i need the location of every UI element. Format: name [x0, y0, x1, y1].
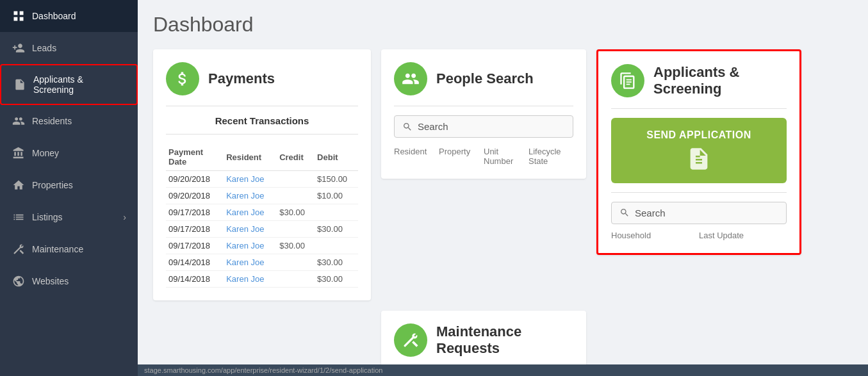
sidebar-item-leads[interactable]: Leads: [0, 32, 138, 64]
transaction-debit: $10.00: [315, 188, 358, 204]
sidebar-item-applicants-screening[interactable]: Applicants & Screening: [0, 64, 138, 105]
transaction-resident[interactable]: Karen Joe: [224, 221, 277, 238]
applicants-icon: [611, 64, 644, 97]
svg-rect-3: [20, 17, 24, 21]
transaction-credit: [277, 221, 315, 238]
col-lifecycle: LifecycleState: [528, 147, 573, 166]
payments-card-header: Payments: [166, 62, 358, 95]
transaction-debit: $150.00: [315, 171, 358, 188]
applicants-screening-card: Applicants & Screening SEND APPLICATION …: [596, 49, 801, 255]
grid-icon: [12, 9, 26, 23]
payments-icon: [166, 62, 199, 95]
people-search-card: People Search Search Resident Property U…: [381, 49, 586, 179]
transaction-credit: [277, 271, 315, 288]
svg-rect-0: [14, 12, 18, 15]
col-last-update: Last Update: [699, 231, 787, 240]
sidebar: Dashboard Leads Applicants & Screening R…: [0, 0, 138, 376]
transaction-date: 09/17/2018: [166, 221, 224, 238]
col-credit: Credit: [277, 143, 315, 171]
bank-icon: [12, 146, 26, 160]
transaction-credit: [277, 188, 315, 204]
transaction-resident[interactable]: Karen Joe: [224, 171, 277, 188]
chevron-right-icon: ›: [123, 212, 126, 222]
table-row: 09/17/2018 Karen Joe $30.00: [166, 238, 358, 254]
transaction-resident[interactable]: Karen Joe: [224, 204, 277, 221]
search-icon: [402, 122, 413, 132]
people-search-icon: [394, 62, 427, 95]
maintenance-card-title: Maintenance Requests: [436, 323, 573, 357]
transaction-credit: $30.00: [277, 238, 315, 254]
people-card-header: People Search: [394, 62, 573, 95]
transaction-credit: [277, 171, 315, 188]
sidebar-item-label: Money: [32, 148, 59, 158]
people-icon: [12, 114, 26, 128]
file-icon: [13, 78, 27, 92]
transaction-date: 09/17/2018: [166, 204, 224, 221]
col-debit: Debit: [315, 143, 358, 171]
col-resident: Resident: [224, 143, 277, 171]
list-icon: [12, 210, 26, 224]
sidebar-item-residents[interactable]: Residents: [0, 105, 138, 137]
cards-row-top: Payments Recent Transactions PaymentDate…: [153, 49, 853, 300]
people-search-columns: Resident Property UnitNumber LifecycleSt…: [394, 147, 573, 166]
col-property: Property: [439, 147, 484, 166]
sidebar-item-label: Applicants & Screening: [33, 74, 125, 95]
sidebar-item-listings[interactable]: Listings ›: [0, 201, 138, 233]
applicants-card-title: Applicants & Screening: [653, 64, 787, 98]
sidebar-item-dashboard[interactable]: Dashboard: [0, 0, 138, 32]
sidebar-item-websites[interactable]: Websites: [0, 265, 138, 297]
col-household: Household: [611, 231, 699, 240]
sidebar-item-label: Leads: [32, 43, 56, 53]
table-row: 09/20/2018 Karen Joe $150.00: [166, 171, 358, 188]
transaction-resident[interactable]: Karen Joe: [224, 188, 277, 204]
table-row: 09/14/2018 Karen Joe $30.00: [166, 271, 358, 288]
sidebar-item-properties[interactable]: Properties: [0, 169, 138, 201]
status-bar: stage.smarthousing.com/app/enterprise/re…: [138, 364, 868, 376]
maintenance-card-header: Maintenance Requests: [394, 323, 573, 357]
sidebar-item-money[interactable]: Money: [0, 137, 138, 169]
table-row: 09/17/2018 Karen Joe $30.00: [166, 221, 358, 238]
home-icon: [12, 178, 26, 192]
wrench-icon: [12, 242, 26, 256]
svg-rect-4: [626, 79, 632, 81]
person-add-icon: [12, 41, 26, 55]
page-title: Dashboard: [153, 13, 853, 37]
search-icon-2: [619, 208, 630, 218]
transaction-debit: $30.00: [315, 271, 358, 288]
svg-rect-5: [626, 82, 632, 83]
transactions-table: PaymentDate Resident Credit Debit 09/20/…: [166, 143, 358, 288]
transaction-date: 09/14/2018: [166, 254, 224, 271]
send-application-button[interactable]: SEND APPLICATION: [611, 118, 787, 183]
sidebar-item-label: Residents: [32, 116, 72, 126]
status-url: stage.smarthousing.com/app/enterprise/re…: [144, 366, 382, 374]
people-search-box[interactable]: Search: [394, 115, 573, 138]
col-unit: UnitNumber: [484, 147, 528, 166]
sidebar-item-maintenance[interactable]: Maintenance: [0, 233, 138, 265]
sidebar-item-label: Properties: [32, 180, 73, 190]
applicants-search-box[interactable]: Search: [611, 202, 787, 224]
transaction-debit: $30.00: [315, 254, 358, 271]
transaction-resident[interactable]: Karen Joe: [224, 238, 277, 254]
sidebar-item-label: Listings: [32, 212, 62, 222]
sidebar-item-label: Maintenance: [32, 244, 83, 254]
sidebar-item-label: Websites: [32, 276, 69, 286]
applicants-card-header: Applicants & Screening: [611, 64, 787, 98]
payments-card: Payments Recent Transactions PaymentDate…: [153, 49, 371, 300]
sidebar-item-label: Dashboard: [32, 11, 76, 21]
transaction-date: 09/20/2018: [166, 188, 224, 204]
transaction-date: 09/14/2018: [166, 271, 224, 288]
transaction-resident[interactable]: Karen Joe: [224, 271, 277, 288]
applicants-search-label: Search: [635, 208, 666, 218]
transaction-date: 09/17/2018: [166, 238, 224, 254]
payments-card-title: Payments: [208, 70, 275, 87]
people-search-label: Search: [418, 121, 448, 132]
table-row: 09/20/2018 Karen Joe $10.00: [166, 188, 358, 204]
transaction-resident[interactable]: Karen Joe: [224, 254, 277, 271]
transaction-debit: [315, 204, 358, 221]
document-icon: [686, 146, 712, 172]
transaction-debit: [315, 238, 358, 254]
transaction-credit: [277, 254, 315, 271]
transaction-debit: $30.00: [315, 221, 358, 238]
col-resident: Resident: [394, 147, 439, 166]
applicants-columns: Household Last Update: [611, 231, 787, 240]
